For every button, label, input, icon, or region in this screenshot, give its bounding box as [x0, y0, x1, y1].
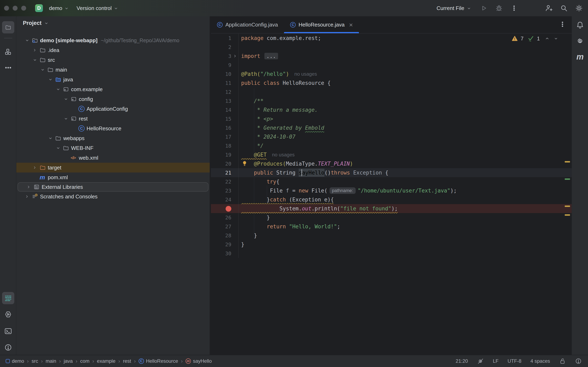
tree-item-target[interactable]: target — [16, 163, 210, 173]
indent-setting[interactable]: 4 spaces — [530, 358, 550, 364]
code-text[interactable] — [239, 249, 241, 258]
code-with-me-button[interactable] — [545, 4, 553, 12]
breadcrumb-item-sayhello[interactable]: msayHello — [186, 358, 212, 364]
breadcrumb-item-example[interactable]: example — [97, 358, 116, 364]
code-text[interactable] — [239, 60, 241, 69]
code-line-11[interactable]: 11public class HelloResource { — [211, 78, 572, 87]
info-stripe-mark[interactable] — [565, 178, 570, 180]
project-menu[interactable]: demo — [47, 3, 70, 13]
window-controls[interactable] — [4, 6, 26, 11]
chevron-down-icon[interactable] — [32, 58, 40, 62]
chevron-down-icon[interactable] — [55, 87, 63, 92]
code-text[interactable]: */ — [239, 141, 264, 150]
code-line-3[interactable]: 3import ... — [211, 52, 572, 60]
run-button[interactable] — [480, 4, 488, 12]
notifications-tool-button[interactable] — [574, 19, 586, 31]
code-text[interactable]: } — [239, 231, 257, 240]
breadcrumb-item-java[interactable]: java — [64, 358, 73, 364]
code-line-13[interactable]: 13 /** — [211, 96, 572, 105]
warning-stripe-mark[interactable] — [565, 214, 570, 216]
code-line-14[interactable]: 14 * Return a message. — [211, 105, 572, 114]
line-number[interactable]: 18 — [211, 143, 231, 149]
tab-applicationconfig-java[interactable]: CApplicationConfig.java — [211, 16, 284, 33]
caret-position[interactable]: 21:20 — [456, 358, 468, 364]
code-line-15[interactable]: 15 * <p> — [211, 114, 572, 123]
line-number[interactable]: 15 — [211, 116, 231, 122]
breadcrumb-item-main[interactable]: main — [45, 358, 56, 364]
chevron-down-icon[interactable] — [63, 97, 71, 101]
ai-assistant-tool-button[interactable] — [574, 35, 586, 47]
breadcrumb-item-helloresource[interactable]: CHelloResource — [139, 358, 178, 364]
code-line-12[interactable]: 12 — [211, 87, 572, 96]
code-text[interactable]: public String sayHello()throws Exception… — [239, 168, 388, 177]
tree-item-config[interactable]: config — [16, 94, 210, 104]
minimize-window-icon[interactable] — [13, 6, 17, 11]
terminal-tool-button[interactable] — [2, 325, 14, 337]
line-number[interactable]: 10 — [211, 71, 231, 77]
problems-tool-button[interactable] — [2, 341, 14, 354]
line-number[interactable]: 23 — [211, 188, 231, 194]
more-tool-windows-tool-button[interactable] — [2, 62, 14, 74]
breadcrumb-item-com[interactable]: com — [80, 358, 89, 364]
code-text[interactable]: * Generated by Embold — [239, 123, 324, 132]
code-line-23[interactable]: 23 File f = new File(pathname:"/home/ubu… — [211, 186, 572, 195]
line-number[interactable]: 27 — [211, 224, 231, 230]
code-line-22[interactable]: 22 try{ — [211, 177, 572, 186]
code-editor[interactable]: 1package com.example.rest;23import ...91… — [211, 34, 572, 355]
code-text[interactable]: File f = new File(pathname:"/home/ubuntu… — [239, 186, 457, 195]
line-number[interactable]: 17 — [211, 134, 231, 140]
run-configuration-selector[interactable]: Current File — [434, 3, 473, 13]
chevron-down-icon[interactable] — [63, 117, 71, 121]
tree-item-helloresource[interactable]: CHelloResource — [16, 124, 210, 133]
fold-region-icon[interactable] — [231, 52, 239, 60]
warning-stripe-mark[interactable] — [565, 161, 570, 162]
settings-button[interactable] — [575, 4, 583, 12]
code-line-26[interactable]: 26 } — [211, 213, 572, 222]
previous-problem-icon[interactable] — [545, 36, 550, 41]
code-text[interactable]: public class HelloResource { — [239, 78, 330, 87]
breadcrumb-item-src[interactable]: src — [32, 358, 38, 364]
line-number[interactable]: 9 — [211, 62, 231, 68]
services-tool-button[interactable] — [2, 308, 14, 320]
code-line-25[interactable]: System.out.println("file not found"); — [211, 204, 572, 213]
breakpoint-icon[interactable] — [211, 206, 231, 212]
breadcrumb-item-demo[interactable]: demo — [6, 358, 24, 364]
tree-item-applicationconfig[interactable]: CApplicationConfig — [16, 104, 210, 114]
code-text[interactable]: @Path("/hello")no usages — [239, 69, 317, 78]
line-number[interactable]: 1 — [211, 35, 231, 41]
line-number[interactable]: 19 — [211, 152, 231, 158]
tree-item-src[interactable]: src — [16, 55, 210, 65]
code-line-20[interactable]: 20 @Produces(MediaType.TEXT_PLAIN) — [211, 159, 572, 168]
line-number[interactable]: 24 — [211, 197, 231, 203]
analysis-tool-button[interactable] — [2, 292, 14, 304]
debug-button[interactable] — [495, 4, 503, 12]
ai-assistant-disabled-icon[interactable] — [477, 358, 484, 365]
line-number[interactable]: 12 — [211, 89, 231, 95]
code-line-28[interactable]: 28 } — [211, 231, 572, 240]
line-number[interactable]: 2 — [211, 44, 231, 50]
write-access-icon[interactable] — [559, 358, 566, 365]
code-text[interactable]: try{ — [239, 177, 279, 186]
close-icon[interactable]: × — [349, 22, 353, 28]
line-number[interactable]: 3 — [211, 53, 231, 59]
code-text[interactable]: @GETno usages — [239, 150, 295, 159]
project-tool-button[interactable] — [2, 21, 14, 33]
warning-stripe-mark[interactable] — [565, 206, 570, 207]
chevron-right-icon[interactable] — [32, 166, 40, 170]
tree-item-scratches-and-consoles[interactable]: Scratches and Consoles — [16, 192, 210, 201]
tree-item-external-libraries[interactable]: External Libraries — [17, 182, 208, 192]
code-line-2[interactable]: 2 — [211, 43, 572, 52]
project-panel-header[interactable]: Project — [16, 16, 210, 30]
tree-item-web-inf[interactable]: WEB-INF — [16, 143, 210, 153]
chevron-down-icon[interactable] — [55, 146, 63, 150]
code-text[interactable]: }catch (Exception e){ — [239, 195, 334, 204]
code-text[interactable]: @Produces(MediaType.TEXT_PLAIN) — [239, 159, 353, 168]
chevron-down-icon[interactable] — [47, 136, 55, 141]
code-text[interactable] — [239, 87, 241, 96]
code-text[interactable]: return "Hello, World!"; — [239, 222, 340, 231]
line-number[interactable]: 29 — [211, 242, 231, 248]
chevron-down-icon[interactable] — [40, 67, 47, 72]
code-line-30[interactable]: 30 — [211, 249, 572, 258]
line-number[interactable]: 28 — [211, 233, 231, 239]
structure-tool-button[interactable] — [2, 46, 14, 58]
